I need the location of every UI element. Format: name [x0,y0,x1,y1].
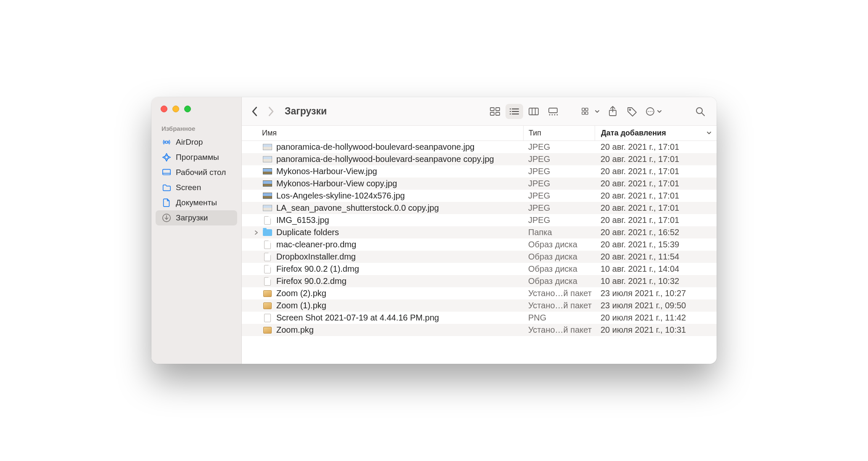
main-pane: Загрузки [242,97,717,364]
file-type: Образ диска [523,252,595,262]
sidebar-item-download[interactable]: Загрузки [156,210,237,225]
svg-rect-1 [163,170,170,175]
file-name: mac-cleaner-pro.dmg [276,240,356,249]
file-name: Firefox 90.0.2.dmg [276,276,347,286]
file-icon [263,253,272,261]
file-row[interactable]: panoramica-de-hollywood-boulevard-seanpa… [242,141,717,153]
file-row[interactable]: Zoom (2).pkgУстано…й пакет23 июля 2021 г… [242,287,717,299]
view-gallery-button[interactable] [544,104,562,119]
file-date: 23 июля 2021 г., 10:27 [595,289,717,298]
file-row[interactable]: LA_sean_pavone_shutterstock.0.0 copy.jpg… [242,202,717,214]
toolbar: Загрузки [242,97,717,126]
file-row[interactable]: IMG_6153.jpgJPEG20 авг. 2021 г., 17:01 [242,214,717,226]
column-header-name[interactable]: Имя [242,126,523,140]
file-icon [263,302,272,310]
file-date: 23 июля 2021 г., 09:50 [595,301,717,310]
svg-rect-5 [490,108,494,111]
file-row[interactable]: Duplicate foldersПапка20 авг. 2021 г., 1… [242,226,717,238]
file-row[interactable]: Firefox 90.0.2 (1).dmgОбраз диска10 авг.… [242,263,717,275]
file-type: JPEG [523,203,595,213]
nav-back-button[interactable] [248,104,262,119]
file-name: panoramica-de-hollywood-boulevard-seanpa… [276,154,494,164]
file-name: Los-Angeles-skyline-1024x576.jpg [276,191,405,201]
file-list[interactable]: panoramica-de-hollywood-boulevard-seanpa… [242,141,717,364]
file-icon [263,241,272,249]
sort-indicator-icon [707,129,712,138]
svg-rect-25 [582,112,585,114]
svg-point-31 [650,111,651,111]
file-row[interactable]: Los-Angeles-skyline-1024x576.jpgJPEG20 а… [242,190,717,202]
file-type: JPEG [523,154,595,164]
file-icon [263,278,272,285]
file-name: IMG_6153.jpg [276,215,329,225]
file-icon [263,314,272,322]
search-button[interactable] [691,104,709,119]
desktop-icon [161,168,172,177]
file-type: JPEG [523,191,595,201]
file-type: JPEG [523,179,595,188]
group-by-button[interactable] [579,104,602,119]
file-icon [263,180,272,188]
column-header-date[interactable]: Дата добавления [595,126,717,140]
file-date: 20 авг. 2021 г., 17:01 [595,179,717,188]
file-date: 20 авг. 2021 г., 17:01 [595,167,717,176]
svg-line-34 [702,113,704,116]
file-date: 20 авг. 2021 г., 17:01 [595,142,717,152]
apps-icon [161,153,172,162]
file-icon [263,143,272,151]
sidebar-item-desktop[interactable]: Рабочий стол [156,165,237,180]
tags-button[interactable] [623,104,641,119]
view-mode-group [486,104,562,119]
sidebar-item-label: Рабочий стол [176,168,226,177]
column-header-type[interactable]: Тип [523,126,595,140]
file-date: 20 июля 2021 г., 10:31 [595,325,717,335]
file-row[interactable]: Zoom (1).pkgУстано…й пакет23 июля 2021 г… [242,299,717,312]
sidebar-item-apps[interactable]: Программы [156,150,237,165]
window-minimize-button[interactable] [172,106,179,112]
file-name: Zoom.pkg [276,325,314,335]
column-headers: Имя Тип Дата добавления [242,126,717,141]
file-name: Zoom (1).pkg [276,301,326,310]
file-icon [263,204,272,212]
nav-forward-button[interactable] [264,104,278,119]
file-row[interactable]: Zoom.pkgУстано…й пакет20 июля 2021 г., 1… [242,324,717,336]
folder-icon [161,183,172,192]
view-columns-button[interactable] [525,104,542,119]
file-date: 20 авг. 2021 г., 17:01 [595,191,717,201]
svg-rect-18 [549,108,557,113]
file-date: 20 авг. 2021 г., 17:01 [595,154,717,164]
file-type: JPEG [523,167,595,176]
file-row[interactable]: mac-cleaner-pro.dmgОбраз диска20 авг. 20… [242,238,717,251]
file-name: Firefox 90.0.2 (1).dmg [276,264,359,274]
sidebar-section-header: Избранное [151,122,241,135]
download-icon [161,213,172,223]
share-button[interactable] [604,104,622,119]
sidebar-item-label: AirDrop [176,138,203,147]
file-icon [263,156,272,163]
sidebar-item-document[interactable]: Документы [156,195,237,210]
window-close-button[interactable] [161,106,167,112]
disclosure-triangle-icon[interactable] [254,231,259,235]
file-type: Образ диска [523,276,595,286]
view-list-button[interactable] [505,104,523,119]
file-row[interactable]: DropboxInstaller.dmgОбраз диска20 авг. 2… [242,251,717,263]
file-row[interactable]: Mykonos-Harbour-View copy.jpgJPEG20 авг.… [242,178,717,190]
file-date: 20 авг. 2021 г., 16:52 [595,228,717,237]
svg-point-32 [651,111,652,111]
sidebar-item-folder[interactable]: Screen [156,180,237,195]
sidebar: Избранное AirDropПрограммыРабочий столSc… [151,97,242,364]
file-row[interactable]: Screen Shot 2021-07-19 at 4.44.16 PM.png… [242,312,717,324]
sidebar-item-airdrop[interactable]: AirDrop [156,135,237,150]
svg-rect-23 [582,108,585,111]
file-row[interactable]: Firefox 90.0.2.dmgОбраз диска10 авг. 202… [242,275,717,287]
file-row[interactable]: Mykonos-Harbour-View.jpgJPEG20 авг. 2021… [242,165,717,178]
file-name: Mykonos-Harbour-View copy.jpg [276,179,397,188]
view-icons-button[interactable] [486,104,504,119]
file-row[interactable]: panoramica-de-hollywood-boulevard-seanpa… [242,153,717,165]
traffic-lights [151,106,241,112]
window-zoom-button[interactable] [184,106,191,112]
file-date: 10 авг. 2021 г., 14:04 [595,264,717,274]
svg-point-22 [557,114,558,115]
svg-point-20 [552,114,553,115]
actions-menu-button[interactable] [643,104,664,119]
